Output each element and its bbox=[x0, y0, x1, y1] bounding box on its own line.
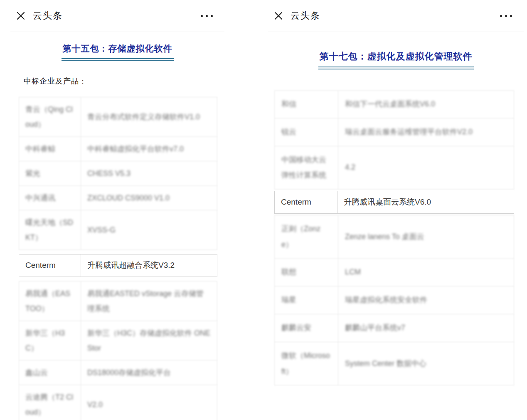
product-cell: 升腾威讯桌面云系统V6.0 bbox=[337, 191, 514, 214]
company-cell: 曙光天地（SDKT） bbox=[19, 210, 81, 250]
package-heading: 第十五包：存储虚拟化软件 bbox=[62, 43, 174, 61]
article-panel-package17: 云头条 第十七包：虚拟化及虚拟化管理软件 和信和信下一代云桌面系统V6.0锐云瑞… bbox=[268, 0, 524, 420]
table-row: 曙光天地（SDKT）XVSS-G bbox=[19, 210, 217, 250]
company-cell: 青云（Qing Cloud） bbox=[19, 97, 81, 137]
close-icon[interactable] bbox=[16, 11, 25, 20]
product-cell: 瑞星虚拟化系统安全软件 bbox=[338, 287, 514, 314]
table-row: 联想LCM bbox=[275, 259, 514, 287]
table-row: 和信和信下一代云桌面系统V6.0 bbox=[275, 91, 514, 119]
appbar-title: 云头条 bbox=[291, 10, 320, 22]
product-cell: V2.0 bbox=[81, 385, 217, 420]
company-cell: 新华三（H3C） bbox=[19, 321, 81, 360]
product-cell: 新华三（H3C）存储虚拟化软件 ONEStor bbox=[81, 321, 217, 360]
product-cell: 青云分布式软件定义存储软件V1.0 bbox=[81, 97, 217, 137]
table-block-blurred: 易我通（EASTOO）易我通EASTED vStorage 云存储管理系统新华三… bbox=[19, 281, 217, 420]
table-row: 易我通（EASTOO）易我通EASTED vStorage 云存储管理系统 bbox=[19, 281, 217, 321]
table-row: 新华三（H3C）新华三（H3C）存储虚拟化软件 ONEStor bbox=[19, 321, 217, 360]
product-cell: 和信下一代云桌面系统V6.0 bbox=[338, 91, 514, 119]
company-cell: 联想 bbox=[275, 259, 338, 287]
product-cell: CHESS V5.3 bbox=[81, 161, 217, 186]
company-cell: 中科睿鲸 bbox=[19, 137, 81, 161]
article-panel-package15: 云头条 第十五包：存储虚拟化软件 中标企业及产品： 青云（Qing Cloud）… bbox=[10, 0, 224, 420]
company-cell: 紫光 bbox=[19, 161, 81, 186]
table-block-clear: Centerm升腾威讯桌面云系统V6.0 bbox=[274, 191, 514, 214]
appbar: 云头条 bbox=[268, 0, 524, 32]
article-body: 第十五包：存储虚拟化软件 中标企业及产品： 青云（Qing Cloud）青云分布… bbox=[10, 43, 224, 420]
company-cell: 微软（Microsoft） bbox=[275, 342, 338, 385]
article-body: 第十七包：虚拟化及虚拟化管理软件 和信和信下一代云桌面系统V6.0锐云瑞云桌面云… bbox=[268, 50, 524, 385]
table-row: 微软（Microsoft）System Center 数据中心 bbox=[275, 342, 514, 385]
table-row: Centerm升腾威讯桌面云系统V6.0 bbox=[275, 191, 514, 214]
table-row: Centerm升腾威讯超融合系统V3.2 bbox=[19, 254, 217, 277]
company-cell: 锐云 bbox=[275, 118, 338, 146]
product-cell: 4.2 bbox=[338, 146, 514, 190]
product-cell: 升腾威讯超融合系统V3.2 bbox=[81, 254, 217, 277]
winners-table: 青云（Qing Cloud）青云分布式软件定义存储软件V1.0中科睿鲸中科睿鲸虚… bbox=[19, 97, 217, 420]
table-row: 锐云瑞云桌面云服务运维管理平台软件V2.0 bbox=[275, 118, 514, 146]
more-menu-icon[interactable] bbox=[500, 15, 512, 17]
table-row: 中国移动大云弹性计算系统4.2 bbox=[275, 146, 514, 190]
company-cell: Centerm bbox=[19, 254, 81, 277]
product-cell: System Center 数据中心 bbox=[338, 342, 514, 385]
company-cell: Centerm bbox=[275, 191, 337, 214]
package-heading: 第十七包：虚拟化及虚拟化管理软件 bbox=[318, 50, 474, 69]
table-row: 青云（Qing Cloud）青云分布式软件定义存储软件V1.0 bbox=[19, 97, 217, 137]
table-row: 紫光CHESS V5.3 bbox=[19, 161, 217, 186]
winners-table: 和信和信下一代云桌面系统V6.0锐云瑞云桌面云服务运维管理平台软件V2.0中国移… bbox=[274, 90, 514, 385]
section-label: 中标企业及产品： bbox=[24, 76, 224, 86]
product-cell: XVSS-G bbox=[81, 210, 217, 250]
table-row: 鑫山云DS18000存储虚拟化平台 bbox=[19, 360, 217, 385]
company-cell: 中国移动大云弹性计算系统 bbox=[275, 146, 338, 190]
table-block-blurred: 和信和信下一代云桌面系统V6.0锐云瑞云桌面云服务运维管理平台软件V2.0中国移… bbox=[274, 90, 514, 190]
product-cell: Zenze lanens To 桌面云 bbox=[338, 215, 514, 259]
product-cell: ZXCLOUD CS9000 V1.0 bbox=[81, 186, 217, 210]
table-block-blurred: 青云（Qing Cloud）青云分布式软件定义存储软件V1.0中科睿鲸中科睿鲸虚… bbox=[19, 97, 217, 250]
table-row: 麒麟云安麒麟山平台系统v7 bbox=[275, 314, 514, 342]
close-icon[interactable] bbox=[274, 11, 283, 20]
company-cell: 和信 bbox=[275, 91, 338, 119]
company-cell: 易我通（EASTOO） bbox=[19, 281, 81, 321]
product-cell: LCM bbox=[338, 259, 514, 287]
company-cell: 正则（Zonze） bbox=[275, 215, 338, 259]
company-cell: 鑫山云 bbox=[19, 360, 81, 385]
table-row: 云途腾（T2 Cloud）V2.0 bbox=[19, 385, 217, 420]
product-cell: 瑞云桌面云服务运维管理平台软件V2.0 bbox=[338, 118, 514, 146]
table-block-blurred: 正则（Zonze）Zenze lanens To 桌面云联想LCM瑞星瑞星虚拟化… bbox=[274, 215, 514, 386]
company-cell: 麒麟云安 bbox=[275, 314, 338, 342]
table-row: 中科睿鲸中科睿鲸虚拟化平台软件v7.0 bbox=[19, 137, 217, 161]
appbar-title: 云头条 bbox=[33, 10, 63, 22]
table-row: 中兴通讯ZXCLOUD CS9000 V1.0 bbox=[19, 186, 217, 210]
more-menu-icon[interactable] bbox=[201, 15, 213, 17]
company-cell: 云途腾（T2 Cloud） bbox=[19, 385, 81, 420]
company-cell: 瑞星 bbox=[275, 287, 338, 314]
product-cell: 中科睿鲸虚拟化平台软件v7.0 bbox=[81, 137, 217, 161]
product-cell: DS18000存储虚拟化平台 bbox=[81, 360, 217, 385]
appbar: 云头条 bbox=[10, 0, 224, 32]
table-block-clear: Centerm升腾威讯超融合系统V3.2 bbox=[19, 254, 217, 277]
product-cell: 麒麟山平台系统v7 bbox=[338, 314, 514, 342]
company-cell: 中兴通讯 bbox=[19, 186, 81, 210]
table-row: 正则（Zonze）Zenze lanens To 桌面云 bbox=[275, 215, 514, 259]
product-cell: 易我通EASTED vStorage 云存储管理系统 bbox=[81, 281, 217, 321]
table-row: 瑞星瑞星虚拟化系统安全软件 bbox=[275, 287, 514, 314]
